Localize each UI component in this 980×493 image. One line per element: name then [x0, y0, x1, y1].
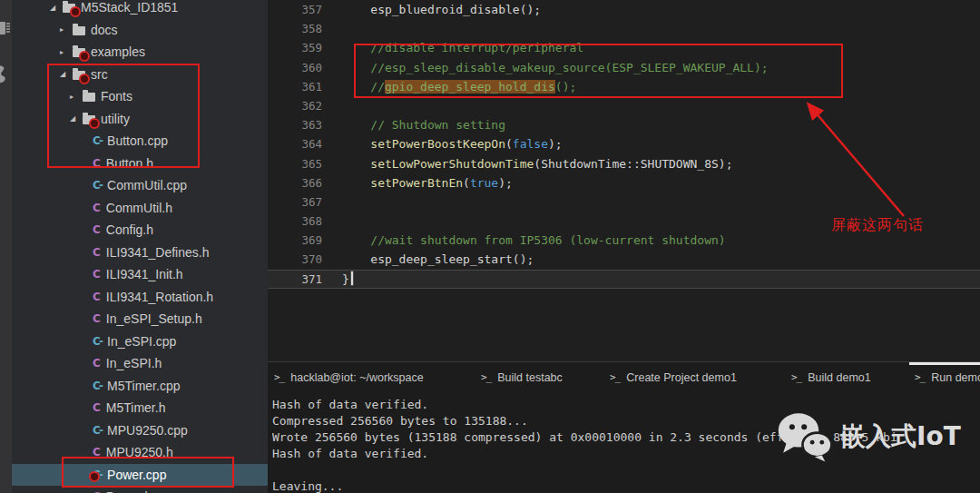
header-file-icon: C — [93, 313, 101, 324]
terminal-tab-5[interactable]: >_Run demo1 — [915, 362, 980, 392]
tree-item-Button.h[interactable]: CButton.h — [12, 153, 268, 175]
tree-item-label: MPU9250.cpp — [106, 423, 188, 438]
line-number: 358 — [268, 19, 322, 38]
line-number: 365 — [268, 154, 322, 173]
tree-item-MPU9250.h[interactable]: CMPU9250.h — [12, 441, 268, 464]
chevron-collapsed-icon: ▸ — [70, 93, 83, 101]
chip-debug-icon[interactable] — [0, 18, 11, 38]
tree-item-M5Timer.cpp[interactable]: C-M5Timer.cpp — [12, 375, 268, 398]
tree-item-label: ILI9341_Defines.h — [105, 245, 210, 260]
tree-item-label: Config.h — [105, 222, 153, 237]
code-line[interactable]: 368 — [268, 212, 980, 231]
tree-item-label: M5Timer.h — [105, 400, 166, 415]
line-number: 357 — [268, 0, 322, 19]
header-file-icon: C — [93, 224, 101, 235]
terminal-prompt-icon: >_ — [274, 371, 284, 383]
header-file-icon: C — [93, 358, 101, 369]
tree-item-label: docs — [90, 23, 118, 37]
folder-icon — [73, 26, 85, 35]
code-line[interactable]: 371} — [268, 270, 980, 289]
line-number: 361 — [268, 77, 322, 96]
tree-item-Config.h[interactable]: CConfig.h — [12, 219, 268, 242]
tree-item-label: M5Timer.cpp — [106, 379, 180, 393]
platformio-icon[interactable] — [0, 64, 11, 85]
line-number: 363 — [268, 115, 322, 134]
tree-item-label: Power.h — [105, 489, 152, 493]
code-line[interactable]: 359 //disable interrupt/peripheral — [268, 38, 980, 57]
tree-item-Power.cpp[interactable]: C-Power.cpp — [12, 464, 268, 487]
code-line[interactable]: 363 // Shutdown setting — [268, 115, 980, 134]
code-line-content: //gpio_deep_sleep_hold_dis(); — [342, 77, 576, 96]
tree-item-label: examples — [90, 44, 145, 59]
tree-item-Power.h[interactable]: CPower.h — [12, 486, 268, 493]
code-line-content: esp_bluedroid_disable(); — [342, 0, 541, 19]
tree-item-label: Button.cpp — [106, 133, 168, 148]
code-line[interactable]: 357 esp_bluedroid_disable(); — [268, 0, 980, 19]
line-number: 370 — [268, 250, 322, 269]
tree-item-In_eSPI.cpp[interactable]: C-In_eSPI.cpp — [12, 330, 268, 353]
header-file-icon: C — [93, 158, 101, 169]
tree-item-Button.cpp[interactable]: C-Button.cpp — [12, 130, 268, 153]
cpp-file-icon: C- — [93, 180, 102, 191]
terminal-tab-2[interactable]: >_Build testabc — [481, 362, 563, 392]
line-number: 359 — [268, 38, 322, 57]
terminal-line — [272, 462, 980, 478]
code-lines: 357 esp_bluedroid_disable();358359 //dis… — [268, 0, 980, 289]
terminal-tab-1[interactable]: >_hacklab@iot: ~/workspace — [274, 362, 424, 392]
terminal-tab-label: Create Project demo1 — [626, 371, 737, 384]
tree-item-M5Stack_ID1851[interactable]: ◢M5Stack_ID1851 — [12, 0, 268, 19]
code-line[interactable]: 366 setPowerBtnEn(true); — [268, 173, 980, 192]
terminal-tab-3[interactable]: >_Create Project demo1 — [610, 362, 737, 392]
tree-item-label: ILI9341_Rotation.h — [105, 290, 213, 304]
tree-item-src[interactable]: ◢src — [12, 64, 268, 86]
tree-item-ILI9341_Defines.h[interactable]: CILI9341_Defines.h — [12, 242, 268, 264]
tree-item-docs[interactable]: ▸docs — [12, 19, 268, 42]
terminal-panel: >_hacklab@iot: ~/workspace>_Build testab… — [268, 361, 980, 493]
code-line[interactable]: 369 //wait shutdown from IP5306 (low-cur… — [268, 231, 980, 250]
code-line[interactable]: 365 setLowPowerShutdownTime(ShutdownTime… — [268, 154, 980, 173]
tree-item-label: ILI9341_Init.h — [105, 267, 183, 281]
tree-item-CommUtil.h[interactable]: CCommUtil.h — [12, 197, 268, 220]
terminal-tab-label: Build testabc — [497, 371, 563, 384]
terminal-tab-label: hacklab@iot: ~/workspace — [290, 371, 423, 384]
vscode-window: ◢M5Stack_ID1851▸docs▸examples◢src▸Fonts◢… — [0, 0, 980, 493]
header-file-icon: C — [93, 291, 101, 302]
terminal-tab-label: Run demo1 — [931, 371, 980, 384]
code-line[interactable]: 362 — [268, 96, 980, 115]
header-file-icon: C — [93, 202, 101, 213]
code-line[interactable]: 364 setPowerBoostKeepOn(false); — [268, 134, 980, 153]
tree-item-M5Timer.h[interactable]: CM5Timer.h — [12, 397, 268, 419]
tree-item-label: M5Stack_ID1851 — [80, 0, 178, 15]
code-line[interactable]: 370 esp_deep_sleep_start(); — [268, 250, 980, 269]
code-line[interactable]: 361 //gpio_deep_sleep_hold_dis(); — [268, 77, 980, 96]
tree-item-ILI9341_Init.h[interactable]: CILI9341_Init.h — [12, 263, 268, 286]
code-line[interactable]: 367 — [268, 192, 980, 212]
terminal-line: Leaving... — [272, 478, 980, 493]
tree-item-label: MPU9250.h — [105, 445, 173, 459]
tree-item-utility[interactable]: ◢utility — [12, 108, 268, 131]
tree-item-ILI9341_Rotation.h[interactable]: CILI9341_Rotation.h — [12, 286, 268, 309]
tree-item-label: CommUtil.h — [105, 201, 172, 215]
text-cursor — [351, 271, 353, 285]
cpp-file-icon: C- — [93, 425, 102, 436]
code-line-content: // Shutdown setting — [342, 115, 505, 134]
code-line-content: setPowerBoostKeepOn(false); — [342, 134, 563, 153]
code-line-content: //wait shutdown from IP5306 (low-current… — [342, 231, 726, 250]
file-tree: ◢M5Stack_ID1851▸docs▸examples◢src▸Fonts◢… — [12, 0, 268, 493]
tree-item-examples[interactable]: ▸examples — [12, 41, 268, 64]
tree-item-In_eSPI.h[interactable]: CIn_eSPI.h — [12, 352, 268, 375]
tree-item-label: Power.cpp — [106, 468, 166, 482]
terminal-tabbar: >_hacklab@iot: ~/workspace>_Build testab… — [268, 362, 980, 392]
tree-item-In_eSPI_Setup.h[interactable]: CIn_eSPI_Setup.h — [12, 308, 268, 330]
tree-item-MPU9250.cpp[interactable]: C-MPU9250.cpp — [12, 419, 268, 442]
header-file-icon: C — [93, 269, 101, 280]
terminal-line: Compressed 256560 bytes to 135188... — [272, 413, 980, 429]
tree-item-CommUtil.cpp[interactable]: C-CommUtil.cpp — [12, 174, 268, 197]
code-line[interactable]: 358 — [268, 19, 980, 38]
folder-icon — [73, 71, 85, 80]
tree-item-Fonts[interactable]: ▸Fonts — [12, 85, 268, 108]
terminal-tab-4[interactable]: >_Build demo1 — [791, 362, 871, 392]
line-number: 366 — [268, 173, 322, 192]
line-number: 368 — [268, 212, 322, 231]
code-line[interactable]: 360 //esp_sleep_disable_wakeup_source(ES… — [268, 58, 980, 77]
